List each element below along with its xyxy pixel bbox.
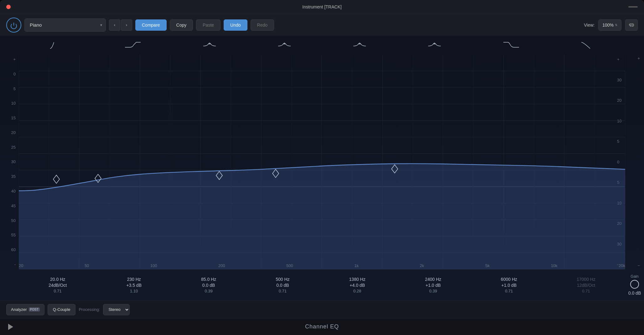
band5-icon[interactable]: [353, 40, 366, 50]
band4-param: 500 Hz 0.0 dB 0.71: [276, 277, 289, 293]
processing-label: Processing:: [79, 307, 100, 312]
band6-q: 0.39: [429, 289, 437, 293]
power-button[interactable]: [6, 18, 21, 33]
footer-bar: Channel EQ: [0, 318, 644, 335]
band7-gain: +1.0 dB: [501, 283, 517, 288]
link-icon: [628, 23, 635, 27]
play-icon: [8, 324, 13, 330]
paste-button[interactable]: Paste: [196, 19, 221, 31]
gain-section: Gain 0.0 dB: [625, 269, 644, 301]
band5-freq: 1380 Hz: [349, 277, 366, 282]
view-percent-control[interactable]: 100% ⇅: [598, 19, 621, 31]
band-params: 20.0 Hz 24dB/Oct 0.71 230 Hz +3.5 dB 1.1…: [19, 269, 625, 301]
band8-freq: 17000 Hz: [577, 277, 595, 282]
band3-icon[interactable]: [203, 40, 216, 50]
band1-q: 0.71: [54, 289, 62, 293]
db-labels-left: + 0 5 10 15 20 25 30 35 40 45 50 55 60 -: [0, 54, 19, 269]
band8-gain: 12dB/Oct: [577, 283, 595, 288]
copy-button[interactable]: Copy: [170, 19, 193, 31]
analyzer-button[interactable]: Analyzer POST: [6, 304, 44, 315]
compare-button[interactable]: Compare: [135, 19, 167, 31]
gain-value: 0.0 dB: [628, 291, 641, 296]
band4-gain: 0.0 dB: [276, 283, 289, 288]
toolbar-right: View: 100% ⇅: [584, 19, 638, 31]
band7-param: 6000 Hz +1.0 dB 0.71: [501, 277, 517, 293]
band6-icon[interactable]: [428, 40, 441, 50]
band3-freq: 85.0 Hz: [201, 277, 216, 282]
post-badge: POST: [29, 307, 40, 312]
band7-freq: 6000 Hz: [501, 277, 517, 282]
nav-buttons: ‹ ›: [109, 19, 132, 31]
eq-canvas[interactable]: [19, 54, 625, 269]
gain-plusminus: + −: [635, 54, 642, 269]
footer-title: Channel EQ: [305, 323, 339, 330]
back-button[interactable]: ‹: [109, 19, 120, 31]
view-percent-value: 100%: [602, 23, 614, 28]
band7-q: 0.71: [505, 289, 513, 293]
band6-param: 2400 Hz +1.0 dB 0.39: [425, 277, 441, 293]
undo-button[interactable]: Undo: [224, 19, 247, 31]
preset-selector-wrapper: Piano ▾: [24, 18, 106, 32]
band1-param: 20.0 Hz 24dB/Oct 0.71: [49, 277, 67, 293]
gain-plus[interactable]: +: [635, 56, 642, 61]
power-icon: [10, 22, 17, 28]
analyzer-label: Analyzer: [11, 307, 27, 312]
band1-freq: 20.0 Hz: [50, 277, 65, 282]
minimize-button[interactable]: [628, 6, 638, 8]
band5-q: 0.28: [353, 289, 361, 293]
toolbar: Piano ▾ ‹ › Compare Copy Paste Undo Redo…: [0, 14, 644, 36]
band2-gain: +3.5 dB: [126, 283, 142, 288]
band7-icon[interactable]: [503, 40, 520, 50]
redo-button[interactable]: Redo: [251, 19, 274, 31]
band6-gain: +1.0 dB: [425, 283, 441, 288]
band5-gain: +4.0 dB: [350, 283, 365, 288]
band4-freq: 500 Hz: [276, 277, 289, 282]
band3-gain: 0.0 dB: [202, 283, 215, 288]
gain-knob[interactable]: [630, 280, 639, 289]
freq-bottom-labels: 20 50 100 200 500 1k 2k 5k 10k 20k: [19, 262, 625, 269]
view-label: View:: [584, 23, 595, 28]
band2-freq: 230 Hz: [127, 277, 141, 282]
band8-q: 0.71: [582, 289, 590, 293]
eq-area[interactable]: + 0 5 10 15 20 25 30 35 40 45 50 55 60 -…: [0, 36, 644, 301]
bottom-controls: Analyzer POST Q-Couple Processing: Stere…: [0, 301, 644, 318]
stepper-icon: ⇅: [615, 23, 617, 27]
forward-button[interactable]: ›: [121, 19, 132, 31]
band8-param: 17000 Hz 12dB/Oct 0.71: [577, 277, 595, 293]
eq-svg: [19, 54, 625, 269]
band4-q: 0.71: [279, 289, 287, 293]
band1-gain: 24dB/Oct: [49, 283, 67, 288]
band5-param: 1380 Hz +4.0 dB 0.28: [349, 277, 366, 293]
band3-q: 0.39: [205, 289, 212, 293]
band-header: [0, 36, 644, 54]
band2-icon[interactable]: [124, 40, 141, 50]
band8-icon[interactable]: [581, 40, 595, 50]
main-window: Instrument [TRACK] Piano ▾ ‹ › Compare C…: [0, 0, 644, 335]
band2-q: 1.10: [130, 289, 138, 293]
band1-icon[interactable]: [49, 40, 63, 50]
link-button[interactable]: [625, 19, 638, 31]
close-button[interactable]: [6, 5, 11, 9]
processing-select[interactable]: Stereo Left Right Mid Side: [103, 304, 130, 315]
gain-label: Gain: [631, 274, 638, 279]
qcouple-button[interactable]: Q-Couple: [48, 304, 76, 315]
traffic-lights: [6, 5, 11, 9]
play-button[interactable]: [6, 322, 15, 331]
preset-select[interactable]: Piano: [24, 18, 106, 32]
band6-freq: 2400 Hz: [425, 277, 441, 282]
band3-param: 85.0 Hz 0.0 dB 0.39: [201, 277, 216, 293]
band4-icon[interactable]: [278, 40, 291, 50]
window-title: Instrument [TRACK]: [302, 4, 341, 9]
band3-node[interactable]: [53, 175, 60, 183]
gain-minus[interactable]: −: [635, 263, 642, 268]
title-bar: Instrument [TRACK]: [0, 0, 644, 14]
band2-param: 230 Hz +3.5 dB 1.10: [126, 277, 142, 293]
